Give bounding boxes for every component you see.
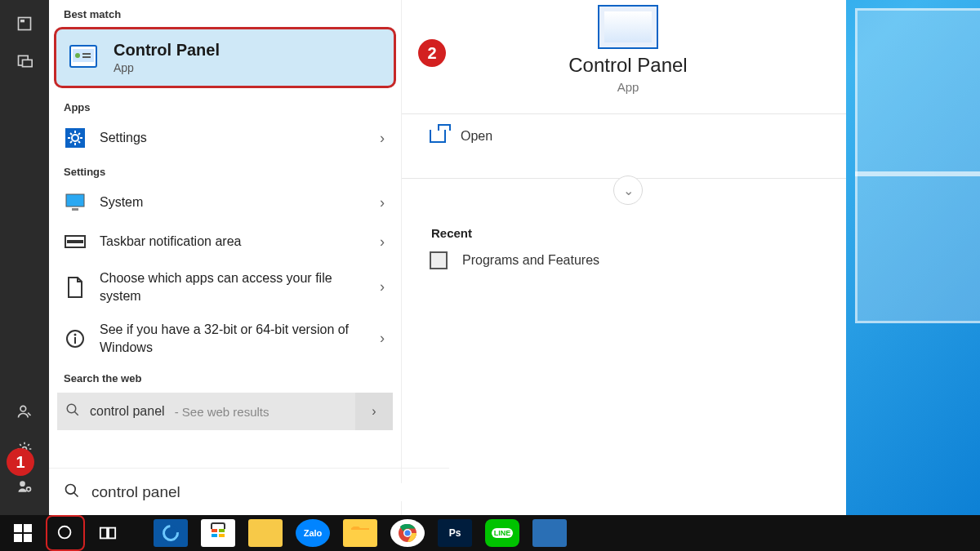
svg-point-22 xyxy=(67,405,76,414)
taskbar-app-generic-2[interactable] xyxy=(532,519,567,547)
svg-point-4 xyxy=(20,406,26,411)
best-match-subtitle: App xyxy=(114,61,220,74)
search-rail xyxy=(0,0,49,515)
svg-rect-12 xyxy=(82,56,91,58)
open-action[interactable]: Open xyxy=(426,114,830,158)
rail-recent-icon[interactable] xyxy=(0,5,49,42)
control-panel-icon xyxy=(69,45,97,71)
rail-apps-icon[interactable] xyxy=(0,42,49,80)
svg-rect-1 xyxy=(20,20,24,22)
result-web-search[interactable]: control panel - See web results › xyxy=(57,393,393,430)
svg-rect-18 xyxy=(67,240,83,243)
start-search-panel: Best match Control Panel App Apps Se xyxy=(0,0,846,515)
desktop-background: Best match Control Panel App Apps Se xyxy=(0,0,980,551)
recent-label: Recent xyxy=(431,226,830,240)
monitor-icon xyxy=(64,191,87,214)
annotation-step-2: 2 xyxy=(418,39,446,67)
result-setting-taskbar-notification[interactable]: Taskbar notification area › xyxy=(49,222,401,261)
section-settings: Settings xyxy=(49,158,401,183)
result-app-settings[interactable]: Settings › xyxy=(49,118,401,158)
search-field[interactable] xyxy=(49,468,449,515)
preview-title: Control Panel xyxy=(426,54,830,77)
svg-point-10 xyxy=(75,53,80,58)
svg-rect-29 xyxy=(212,534,217,537)
annotation-step-1: 1 xyxy=(7,448,34,476)
svg-rect-3 xyxy=(23,60,33,66)
open-label: Open xyxy=(461,129,492,144)
web-query: control panel xyxy=(90,404,165,419)
search-input[interactable] xyxy=(91,483,438,501)
programs-features-icon xyxy=(430,251,448,269)
section-best-match: Best match xyxy=(49,0,401,25)
result-title: See if you have a 32-bit or 64-bit versi… xyxy=(100,321,362,356)
search-icon xyxy=(65,402,80,420)
svg-point-23 xyxy=(66,484,76,494)
result-setting-system[interactable]: System › xyxy=(49,183,401,222)
svg-rect-31 xyxy=(351,530,369,540)
windows-logo-icon xyxy=(14,524,32,542)
svg-rect-21 xyxy=(74,337,76,344)
taskbar-app-edge[interactable] xyxy=(154,519,188,547)
recent-item-title: Programs and Features xyxy=(462,253,599,268)
page-icon xyxy=(64,276,87,299)
svg-point-20 xyxy=(74,333,77,335)
taskbar-icon xyxy=(64,230,87,253)
svg-point-34 xyxy=(405,531,411,536)
web-suffix: - See web results xyxy=(175,405,270,419)
svg-rect-26 xyxy=(109,528,115,539)
svg-rect-27 xyxy=(212,529,217,532)
start-button[interactable] xyxy=(3,515,42,551)
preview-kind: App xyxy=(426,80,830,94)
info-icon xyxy=(64,327,87,350)
svg-rect-15 xyxy=(66,194,84,207)
preview-pane: Control Panel App Open ⌄ Recent Programs… xyxy=(402,0,846,515)
result-setting-bitness[interactable]: See if you have a 32-bit or 64-bit versi… xyxy=(49,313,401,364)
task-view-button[interactable] xyxy=(88,515,127,551)
chevron-right-icon[interactable]: › xyxy=(375,130,390,147)
section-web: Search the web xyxy=(49,364,401,389)
svg-rect-11 xyxy=(82,53,91,55)
result-title: Choose which apps can access your file s… xyxy=(100,269,362,304)
svg-rect-0 xyxy=(19,18,31,30)
svg-rect-25 xyxy=(100,528,107,539)
chevron-right-icon[interactable]: › xyxy=(375,330,390,347)
taskbar: Zalo Ps LINE xyxy=(0,515,980,551)
chevron-right-icon[interactable]: › xyxy=(375,278,390,295)
result-title: System xyxy=(100,195,362,210)
svg-rect-30 xyxy=(219,534,225,537)
svg-rect-16 xyxy=(72,208,78,211)
rail-account-icon[interactable] xyxy=(0,393,49,430)
taskbar-app-zalo[interactable]: Zalo xyxy=(296,519,330,547)
best-match-title: Control Panel xyxy=(114,41,220,60)
result-best-match[interactable]: Control Panel App xyxy=(54,27,396,88)
recent-item-programs-features[interactable]: Programs and Features xyxy=(426,251,830,269)
open-icon xyxy=(430,130,446,143)
chevron-right-icon[interactable]: › xyxy=(355,393,393,430)
taskbar-app-photoshop[interactable]: Ps xyxy=(438,519,472,547)
svg-point-6 xyxy=(20,481,25,487)
taskbar-app-store[interactable] xyxy=(201,519,235,547)
chevron-down-icon: ⌄ xyxy=(623,183,634,198)
settings-app-icon xyxy=(64,127,87,149)
expand-button[interactable]: ⌄ xyxy=(613,176,643,205)
chevron-right-icon[interactable]: › xyxy=(375,194,390,211)
section-apps: Apps xyxy=(49,93,401,118)
svg-rect-28 xyxy=(219,529,225,532)
result-setting-app-file-access[interactable]: Choose which apps can access your file s… xyxy=(49,261,401,313)
result-title: Taskbar notification area xyxy=(100,234,362,249)
control-panel-icon xyxy=(598,5,658,49)
svg-point-24 xyxy=(59,527,71,539)
svg-point-7 xyxy=(27,487,31,491)
result-title: Settings xyxy=(100,131,362,145)
taskbar-app-file-explorer[interactable] xyxy=(343,519,377,547)
chevron-right-icon[interactable]: › xyxy=(375,233,390,251)
taskbar-app-generic-1[interactable] xyxy=(248,519,283,547)
search-icon xyxy=(64,482,80,502)
taskbar-app-chrome[interactable] xyxy=(390,519,425,547)
taskbar-app-line[interactable]: LINE xyxy=(485,519,519,547)
taskbar-search-button[interactable] xyxy=(46,515,85,551)
results-column: Best match Control Panel App Apps Se xyxy=(49,0,402,515)
